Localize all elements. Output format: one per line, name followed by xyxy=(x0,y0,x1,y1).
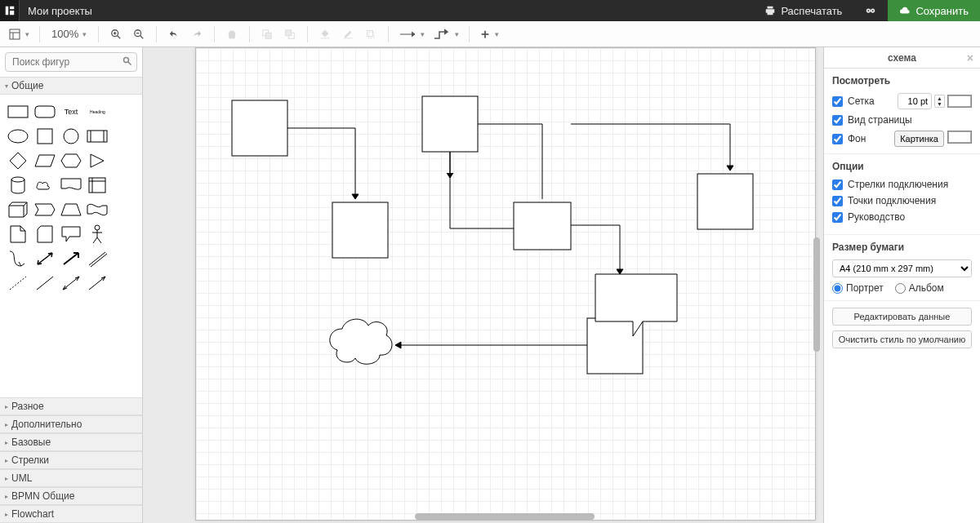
diagram-box[interactable] xyxy=(697,174,753,229)
category-basic[interactable]: ▸Базовые xyxy=(0,433,142,451)
zoom-in-button[interactable] xyxy=(105,24,127,45)
background-color-swatch[interactable] xyxy=(947,131,972,144)
shape-triangle[interactable] xyxy=(86,150,109,171)
shape-rect[interactable] xyxy=(7,101,29,122)
orientation-portrait[interactable]: Портрет xyxy=(832,282,884,294)
shape-bidir-line[interactable] xyxy=(60,273,82,294)
diagram-page[interactable] xyxy=(195,47,816,521)
shape-document[interactable] xyxy=(60,175,82,196)
shape-tape[interactable] xyxy=(86,199,109,220)
shape-text[interactable]: Text xyxy=(60,101,82,122)
category-advanced[interactable]: ▸Дополнительно xyxy=(0,415,142,433)
category-uml[interactable]: ▸UML xyxy=(0,469,142,487)
svg-rect-37 xyxy=(89,178,105,193)
shape-dashed[interactable] xyxy=(7,273,29,294)
conn-points-checkbox[interactable]: Точки подключения xyxy=(832,195,972,206)
paper-size-select[interactable]: A4 (210 mm x 297 mm) xyxy=(832,259,972,277)
zoom-select[interactable]: 100% xyxy=(47,24,91,45)
shape-cube[interactable] xyxy=(7,199,29,220)
category-flowchart[interactable]: ▸Flowchart xyxy=(0,505,142,523)
category-arrows[interactable]: ▸Стрелки xyxy=(0,451,142,469)
delete-button[interactable] xyxy=(221,24,243,45)
shape-heading[interactable]: Heading xyxy=(86,101,109,122)
background-checkbox[interactable]: Фон xyxy=(832,133,866,144)
diagram-cloud[interactable] xyxy=(330,319,392,364)
canvas-area[interactable] xyxy=(143,47,823,523)
diagram-box[interactable] xyxy=(332,202,388,258)
fill-button[interactable] xyxy=(314,24,336,45)
grid-size-stepper[interactable]: ▲▼ xyxy=(934,95,945,108)
shape-process[interactable] xyxy=(86,126,109,147)
shape-dir-line[interactable] xyxy=(86,273,109,294)
shape-bidir-arrow[interactable] xyxy=(33,248,56,269)
shape-trapezoid[interactable] xyxy=(60,199,82,220)
shape-hexagon[interactable] xyxy=(60,150,82,171)
shape-note[interactable] xyxy=(7,224,29,245)
shape-actor[interactable] xyxy=(86,224,109,245)
diagram-edge[interactable] xyxy=(287,128,355,199)
svg-line-46 xyxy=(91,254,107,267)
clear-style-button[interactable]: Очистить стиль по умолчанию xyxy=(832,330,972,348)
shadow-button[interactable] xyxy=(360,24,381,45)
section-options-heading: Опции xyxy=(832,161,972,172)
shape-curve[interactable] xyxy=(7,248,29,269)
to-front-button[interactable] xyxy=(256,24,278,45)
close-panel-icon[interactable]: × xyxy=(967,51,973,64)
shape-diamond[interactable] xyxy=(7,150,29,171)
guides-checkbox[interactable]: Руководство xyxy=(832,211,972,223)
category-general[interactable]: ▾ Общие xyxy=(0,77,142,95)
grid-size-input[interactable] xyxy=(898,93,932,109)
svg-point-6 xyxy=(872,10,874,11)
shape-internal-storage[interactable] xyxy=(86,175,109,196)
app-logo[interactable] xyxy=(0,0,20,21)
print-button[interactable]: Распечатать xyxy=(753,0,853,21)
category-bpmn[interactable]: ▸BPMN Общие xyxy=(0,487,142,505)
shape-link[interactable] xyxy=(86,248,109,269)
redo-button[interactable] xyxy=(186,24,207,45)
svg-line-50 xyxy=(89,277,105,290)
stroke-button[interactable] xyxy=(337,24,359,45)
to-back-button[interactable] xyxy=(279,24,301,45)
diagram-edge[interactable] xyxy=(571,124,730,171)
orientation-landscape[interactable]: Альбом xyxy=(895,282,944,294)
shape-parallelogram[interactable] xyxy=(33,150,56,171)
diagram-box[interactable] xyxy=(232,100,287,156)
background-image-button[interactable]: Картинка xyxy=(894,131,944,147)
layout-menu[interactable] xyxy=(5,24,33,45)
vertical-scrollbar[interactable] xyxy=(813,237,820,352)
category-misc[interactable]: ▸Разное xyxy=(0,397,142,415)
shape-square[interactable] xyxy=(33,126,56,147)
shape-circle[interactable] xyxy=(60,126,82,147)
pageview-checkbox[interactable]: Вид страницы xyxy=(832,114,972,126)
save-button[interactable]: Сохранить xyxy=(888,0,980,21)
shape-callout[interactable] xyxy=(60,224,82,245)
horizontal-scrollbar[interactable] xyxy=(415,513,595,520)
diagram-box[interactable] xyxy=(422,96,478,152)
shape-arrow[interactable] xyxy=(60,248,82,269)
settings-button[interactable] xyxy=(853,0,888,21)
shape-line[interactable] xyxy=(33,273,56,294)
shape-search-input[interactable] xyxy=(5,52,137,72)
shape-card[interactable] xyxy=(33,224,56,245)
diagram-box[interactable] xyxy=(514,202,571,250)
diagram-edge[interactable] xyxy=(478,124,542,199)
diagram-edge[interactable] xyxy=(450,152,514,228)
diagram-edge[interactable] xyxy=(571,225,620,274)
undo-button[interactable] xyxy=(163,24,185,45)
diagram-edge[interactable] xyxy=(447,152,453,178)
grid-color-swatch[interactable] xyxy=(947,95,972,108)
edit-data-button[interactable]: Редактировать данные xyxy=(832,308,972,326)
cloud-icon xyxy=(899,6,911,16)
shape-rounded-rect[interactable] xyxy=(33,101,56,122)
grid-checkbox[interactable]: Сетка xyxy=(832,95,875,107)
insert-menu[interactable] xyxy=(476,24,502,45)
waypoint-style-menu[interactable] xyxy=(430,24,462,45)
shape-cloud[interactable] xyxy=(33,175,56,196)
svg-rect-1 xyxy=(10,7,14,10)
shape-cylinder[interactable] xyxy=(7,175,29,196)
zoom-out-button[interactable] xyxy=(128,24,149,45)
conn-arrows-checkbox[interactable]: Стрелки подключения xyxy=(832,179,972,190)
connector-style-menu[interactable] xyxy=(395,24,428,45)
shape-step[interactable] xyxy=(33,199,56,220)
shape-ellipse[interactable] xyxy=(7,126,29,147)
